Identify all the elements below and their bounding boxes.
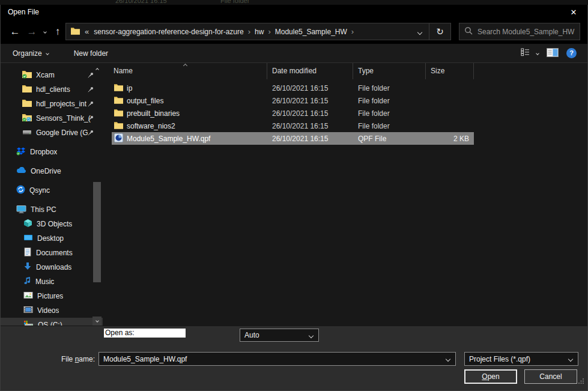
chevron-down-icon xyxy=(46,52,49,55)
help-button[interactable]: ? xyxy=(566,48,577,58)
sidebar-item-dropbox[interactable]: Dropbox xyxy=(1,145,103,159)
sidebar-item-documents[interactable]: Documents xyxy=(1,246,103,260)
scroll-down-button[interactable] xyxy=(92,317,102,326)
command-toolbar: Organize New folder ? xyxy=(1,44,587,63)
column-header-size[interactable]: Size xyxy=(426,63,474,79)
folder-icon xyxy=(114,96,123,106)
sidebar-item-pictures[interactable]: Pictures xyxy=(1,289,103,303)
breadcrumb-segment-root[interactable]: sensor-aggregation-reference-design-for-… xyxy=(94,28,243,36)
file-row-software-nios2[interactable]: software_nios2 26/10/2021 16:15 File fol… xyxy=(112,120,474,132)
chevron-up-icon xyxy=(95,68,99,71)
open-as-value: Auto xyxy=(244,331,259,339)
recent-locations-button[interactable] xyxy=(40,23,50,40)
background-date-text: 26/10/2021 16:15 xyxy=(115,0,167,4)
up-button[interactable]: ↑ xyxy=(50,23,65,40)
breadcrumb-separator-icon[interactable]: › xyxy=(351,27,354,36)
sidebar-item-xcam[interactable]: Xcam xyxy=(1,68,103,82)
file-list: Name Date modified Type Size ip 26/10/20… xyxy=(103,63,587,326)
column-header-date-modified[interactable]: Date modified xyxy=(267,63,353,79)
sidebar-item-this-pc[interactable]: This PC xyxy=(1,202,103,217)
folder-icon xyxy=(114,83,123,93)
back-button[interactable]: ← xyxy=(7,23,23,40)
sidebar-item-videos[interactable]: Videos xyxy=(1,303,103,318)
sidebar-item-desktop[interactable]: Desktop xyxy=(1,231,103,246)
folder-sync-icon xyxy=(22,114,32,124)
organize-button[interactable]: Organize xyxy=(13,49,49,58)
sidebar-scrollbar xyxy=(92,63,102,326)
file-row-output-files[interactable]: output_files 26/10/2021 16:15 File folde… xyxy=(112,94,474,107)
file-row-prebuilt-binaries[interactable]: prebuilt_binaries 26/10/2021 16:15 File … xyxy=(112,107,474,120)
sidebar-item-google-drive[interactable]: Google Drive (G xyxy=(1,126,103,140)
open-as-select[interactable]: Auto xyxy=(240,329,319,342)
sidebar-item-downloads[interactable]: Downloads xyxy=(1,260,103,274)
column-header-name[interactable]: Name xyxy=(103,63,267,79)
document-icon xyxy=(23,247,32,258)
music-note-icon xyxy=(23,276,31,287)
cancel-button[interactable]: Cancel xyxy=(524,369,577,384)
onedrive-icon xyxy=(16,167,26,175)
background-window-sliver: 26/10/2021 16:15 File folder xyxy=(0,0,588,5)
folder-icon xyxy=(71,27,80,37)
chevron-down-icon xyxy=(43,30,47,34)
preview-pane-icon xyxy=(547,48,559,59)
refresh-button[interactable]: ↻ xyxy=(429,23,451,40)
file-name-input[interactable] xyxy=(99,355,435,363)
close-button[interactable]: ✕ xyxy=(560,5,587,19)
forward-button[interactable]: → xyxy=(23,23,40,40)
cube-icon xyxy=(23,219,32,229)
dialog-footer: Open as: Auto File name: Project Files (… xyxy=(1,326,587,390)
sidebar-item-hdl-projects[interactable]: hdl_projects_int xyxy=(1,97,103,111)
open-button[interactable]: Open xyxy=(464,369,517,384)
title-bar: Open File ✕ xyxy=(1,5,587,19)
search-icon xyxy=(464,26,473,37)
qpf-file-icon xyxy=(114,133,123,144)
address-bar[interactable]: « sensor-aggregation-reference-design-fo… xyxy=(65,23,429,40)
close-icon: ✕ xyxy=(571,8,577,17)
sidebar-item-hdl-clients[interactable]: hdl_clients xyxy=(1,82,103,97)
sidebar-item-os-c[interactable]: OS (C:) xyxy=(1,318,103,326)
forward-icon: → xyxy=(27,26,37,37)
folder-icon xyxy=(114,121,123,131)
drive-icon xyxy=(22,129,32,138)
scrollbar-thumb[interactable] xyxy=(93,182,101,282)
column-headers: Name Date modified Type Size xyxy=(103,63,587,78)
breadcrumb-separator-icon[interactable]: › xyxy=(268,27,270,36)
breadcrumb-segment-hw[interactable]: hw xyxy=(255,28,264,36)
scroll-up-button[interactable] xyxy=(92,64,102,73)
background-type-text: File folder xyxy=(220,0,249,4)
refresh-icon: ↻ xyxy=(436,26,444,37)
sidebar-item-sensors-think[interactable]: Sensors_Think_( xyxy=(1,111,103,126)
resize-grip[interactable] xyxy=(578,378,584,386)
file-name-combobox xyxy=(99,352,456,366)
new-folder-button[interactable]: New folder xyxy=(74,49,108,58)
breadcrumb-segment-module[interactable]: Module5_Sample_HW xyxy=(275,28,347,36)
sort-ascending-icon xyxy=(183,64,187,68)
sidebar-item-qsync[interactable]: Qsync xyxy=(1,183,103,198)
folder-icon xyxy=(22,85,32,95)
change-view-button[interactable] xyxy=(521,48,539,58)
dialog-body: Xcam hdl_clients hdl_projects_int Sensor… xyxy=(1,63,587,326)
breadcrumb-separator-icon[interactable]: › xyxy=(248,27,250,36)
dropbox-icon xyxy=(16,147,26,157)
picture-icon xyxy=(23,291,33,301)
qsync-icon xyxy=(16,185,25,196)
file-row-ip[interactable]: ip 26/10/2021 16:15 File folder xyxy=(112,82,474,94)
sidebar-item-music[interactable]: Music xyxy=(1,274,103,289)
chevron-down-icon xyxy=(95,319,99,323)
breadcrumb-overflow-icon[interactable]: « xyxy=(85,27,89,36)
open-file-dialog: Open File ✕ ← → ↑ « sensor-aggregation-r… xyxy=(0,5,588,391)
sidebar-item-onedrive[interactable]: OneDrive xyxy=(1,164,103,178)
file-name-label: File name: xyxy=(53,353,95,366)
up-icon: ↑ xyxy=(55,26,61,37)
chevron-down-icon xyxy=(446,357,450,362)
file-rows: ip 26/10/2021 16:15 File folder output_f… xyxy=(103,82,587,145)
preview-pane-button[interactable] xyxy=(547,48,559,59)
address-dropdown-button[interactable] xyxy=(418,28,424,36)
search-input[interactable] xyxy=(477,28,575,36)
file-type-select[interactable]: Project Files (*.qpf) xyxy=(464,352,578,366)
file-row-module5-sample-hw-qpf[interactable]: Module5_Sample_HW.qpf 26/10/2021 16:15 Q… xyxy=(112,132,474,145)
sidebar-item-3d-objects[interactable]: 3D Objects xyxy=(1,217,103,231)
navigation-bar: ← → ↑ « sensor-aggregation-reference-des… xyxy=(1,19,587,44)
column-header-type[interactable]: Type xyxy=(353,63,426,79)
chevron-down-icon xyxy=(417,29,422,34)
